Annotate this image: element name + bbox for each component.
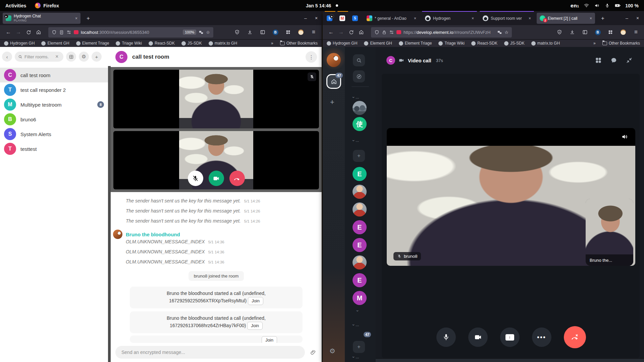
window-close-button[interactable]: × [633,14,642,22]
tracking-shield-icon[interactable] [52,30,57,35]
user-avatar[interactable] [113,230,122,239]
room-avatar-photo[interactable] [353,101,367,115]
bookmark-item[interactable]: Triage Wiki [116,41,142,46]
pip-icon[interactable] [497,30,502,35]
camera-in-use-indicator[interactable] [396,30,401,34]
join-call-button[interactable]: Join [248,297,263,305]
lock-icon[interactable] [382,30,387,35]
collapsed-section-header[interactable]: ›... [353,95,359,100]
app-menu-button[interactable]: ≡ [631,27,641,37]
tab-close-button[interactable]: × [472,16,474,21]
room-avatar[interactable]: M [353,291,367,305]
new-tab-button[interactable]: + [598,14,607,23]
bookmark-star-icon[interactable]: ☆ [206,30,210,35]
room-avatar-photo[interactable] [353,255,367,269]
app-menu-button[interactable]: ≡ [309,27,318,37]
collapsed-section-header[interactable]: ›... [353,322,359,327]
screen-share-button[interactable]: ↑ [500,327,520,347]
window-minimize-button[interactable]: – [301,14,310,22]
volume-icon[interactable] [621,133,628,140]
room-avatar[interactable]: E [353,273,367,287]
account-shield-icon[interactable] [555,27,564,37]
quick-settings-button[interactable]: ⚙ [329,347,335,355]
tab-support-room[interactable]: Support room ver × [480,13,534,24]
downloads-button[interactable] [245,27,255,37]
room-list-item[interactable]: C call test room [0,68,108,82]
add-room-button[interactable]: + [353,150,365,162]
system-tray[interactable]: en₁ 100 % [571,3,644,8]
room-avatar-photo[interactable] [353,185,367,199]
tab-hydrogen-github[interactable]: Hydrogen × [422,13,477,24]
page-info-icon[interactable] [59,30,64,35]
clock[interactable]: Jan 5 14:46 [306,3,331,8]
zoom-level-badge[interactable]: 100% [183,29,196,35]
create-room-button[interactable]: + [92,52,102,62]
activities-button[interactable]: Activities [5,3,26,8]
bookmark-item[interactable]: React-SDK [149,41,175,46]
tampermonkey-extension-icon[interactable] [296,27,306,37]
hangup-button[interactable] [564,326,586,348]
filter-rooms-input[interactable] [24,54,53,59]
extensions-button[interactable] [283,27,293,37]
bookmark-item[interactable]: Hydrogen GH [327,41,357,46]
video-tile-remote[interactable]: bruno8 Bruno the... [387,128,635,266]
account-shield-icon[interactable] [232,27,242,37]
join-call-button[interactable]: Join [262,336,277,343]
room-list-item[interactable]: B bruno6 [0,112,108,127]
bookmarks-overflow-chevron[interactable]: » [271,41,273,46]
extensions-button[interactable] [606,27,615,37]
bookmark-item[interactable]: Element GH [364,41,392,46]
home-space-button[interactable]: 47 [327,75,340,88]
bookmark-item[interactable]: Hydrogen GH [4,41,35,46]
window-close-button[interactable]: × [312,14,321,22]
self-view-pip[interactable]: Bruno the... [586,199,633,266]
pip-icon[interactable] [199,30,204,35]
clear-filter-icon[interactable]: × [55,54,58,60]
downloads-button[interactable] [568,27,577,37]
home-button[interactable] [356,27,366,37]
back-button[interactable]: ← [3,27,13,37]
bitwarden-extension-icon[interactable]: B [271,27,280,37]
tab-element-call[interactable]: 2 Element [2] | call × [537,13,595,24]
hangup-button[interactable] [229,171,245,186]
chat-bubble-icon[interactable] [610,57,617,64]
camera-toggle-button[interactable] [209,171,224,186]
more-options-button[interactable]: ••• [532,327,551,347]
reload-button[interactable] [346,27,356,37]
new-tab-button[interactable]: + [84,14,93,23]
bookmark-item[interactable]: Element Triage [76,41,109,46]
room-list-item[interactable]: M Multitype testroom 8 [0,97,108,112]
layout-grid-icon[interactable] [595,57,602,64]
bookmark-item[interactable]: Triage Wiki [438,41,465,46]
pinned-tab-calendar[interactable]: 5 [351,13,360,24]
room-list-item[interactable]: T testtest [0,141,108,156]
collapsed-section-header[interactable]: ›... [353,355,359,359]
room-avatar[interactable]: E [353,238,367,252]
tab-close-button[interactable]: × [75,16,77,21]
filter-rooms-field[interactable]: × [15,52,63,62]
room-list-item[interactable]: T test call responder 2 [0,82,108,97]
window-minimize-button[interactable]: – [623,14,631,22]
bookmark-item[interactable]: matrix.to GH [209,41,237,46]
attachment-icon[interactable] [310,349,316,356]
camera-toggle-button[interactable] [468,327,488,347]
collapsed-section-header[interactable]: ›... [353,138,359,143]
permissions-icon[interactable] [389,30,394,35]
mic-toggle-button[interactable] [436,327,456,347]
bitwarden-extension-icon[interactable]: B [593,27,602,37]
tab-close-button[interactable]: × [590,16,592,21]
scrollbar[interactable] [108,66,111,362]
create-space-button[interactable]: + [330,98,334,107]
bookmark-item[interactable]: Element Triage [399,41,432,46]
tampermonkey-extension-icon[interactable] [619,27,628,37]
back-button[interactable]: ← [326,27,336,37]
join-call-button[interactable]: Join [247,322,263,330]
pinned-tab-gmail[interactable]: M [338,13,347,24]
url-bar[interactable]: localhost:3000/#/session/63655340 100% ☆ [48,27,213,38]
reload-button[interactable] [23,27,34,37]
home-button[interactable] [34,27,44,37]
bookmark-item[interactable]: JS-SDK [504,41,525,46]
tab-slack[interactable]: * general - AnDao × [364,13,419,24]
unmute-mic-button[interactable] [188,171,203,186]
sender-display-name[interactable]: Bruno the bloodhound [126,232,180,237]
